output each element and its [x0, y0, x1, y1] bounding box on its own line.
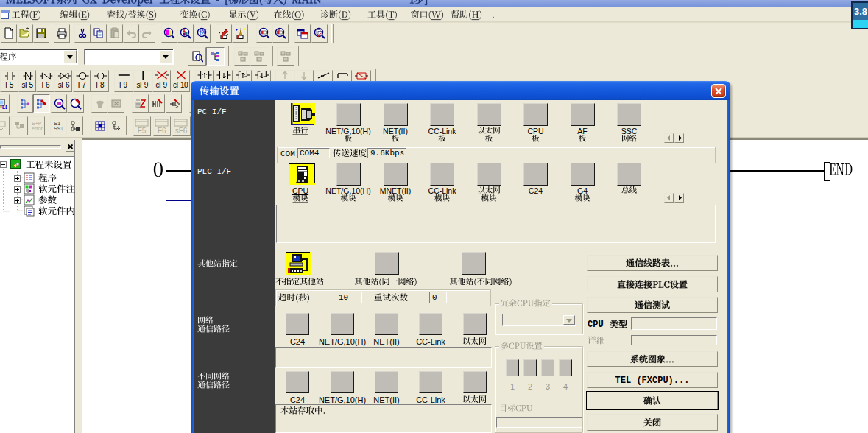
- svg-text:123: 123: [200, 32, 205, 36]
- svg-text:LD: LD: [2, 105, 7, 110]
- svg-text:error: error: [32, 126, 43, 131]
- svg-text:>: >: [175, 104, 178, 109]
- svg-text:S9↓: S9↓: [54, 125, 63, 132]
- svg-text:S+P: S+P: [32, 121, 42, 126]
